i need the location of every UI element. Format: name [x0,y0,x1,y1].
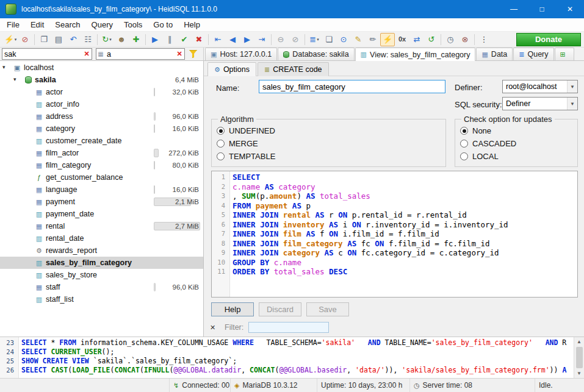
tree-item-rental_date[interactable]: ▥rental_date [0,232,203,244]
database-icon [23,76,33,84]
user-manager-icon[interactable]: ☻ [114,33,129,46]
tab-query[interactable]: ≣Query [513,48,553,60]
subtab-create-code[interactable]: ≣CREATE code [258,62,329,76]
find-icon[interactable]: ⊙ [336,33,351,46]
next-record-icon[interactable]: ▶ [240,33,254,46]
menu-file[interactable]: File [1,18,25,31]
tree-item-actor[interactable]: ▦actor32,0 KiB [0,86,203,98]
tab-plus[interactable]: ⊞ [555,48,574,60]
alarm-icon[interactable]: ◷ [443,33,458,46]
stop-icon[interactable]: ⊖ [273,33,288,46]
window-controls: — □ ✕ [500,0,584,18]
session-manager-icon[interactable]: ⚡▾ [3,33,18,46]
tree-item-sakila[interactable]: ▾sakila6,4 MiB [0,74,203,86]
swap-icon[interactable]: ⇄ [409,33,424,46]
sql-security-combo[interactable]: Definer ▼ [502,97,578,110]
cancel-operation-icon[interactable]: ⊗ [458,33,472,46]
table-filter-input[interactable] [2,50,82,59]
add-icon[interactable]: ✚ [129,33,143,46]
block-icon[interactable]: ⊘ [288,33,303,46]
bolt-icon[interactable]: ⚡ [380,33,395,46]
tree-item-sales_by_film_category[interactable]: ▥sales_by_film_category [0,257,203,269]
tree-item-category[interactable]: ▦category16,0 KiB [0,123,203,135]
sql-source-editor[interactable]: 1SELECT2c.name AS category3, SUM(p.amoun… [211,171,578,298]
menu-edit[interactable]: Edit [25,18,49,31]
tree-item-get_customer_balance[interactable]: ƒget_customer_balance [0,171,203,184]
size-cell: 96,0 KiB [154,283,200,291]
tree-item-staff_list[interactable]: ▥staff_list [0,293,203,305]
reload-icon[interactable]: ↺ [424,33,439,46]
clear-filter-icon[interactable]: ✕ [82,50,92,58]
run-icon[interactable]: ▶ [148,33,162,46]
grid-filter-input[interactable] [248,322,329,333]
print-icon[interactable]: ☷ [81,33,95,46]
table-icon: ▦ [34,126,44,132]
overflow-icon[interactable]: ⋮ [477,33,491,46]
close-button[interactable]: ✕ [556,0,584,18]
radio-undefined[interactable]: UNDEFINED [217,124,441,137]
tree-item-sales_by_store[interactable]: ▥sales_by_store [0,269,203,281]
radio-merge[interactable]: MERGE [217,137,441,150]
apply-icon[interactable]: ✔ [177,33,192,46]
tree-item-payment_date[interactable]: ▥payment_date [0,208,203,220]
view-name-input[interactable] [259,80,445,93]
tree-item-customer_create_date[interactable]: ▥customer_create_date [0,135,203,147]
radio-cascaded[interactable]: CASCADED [460,137,572,150]
refresh-icon[interactable]: ↻▾ [99,33,114,46]
data-filter-input[interactable] [105,50,175,59]
size-label: 2,1 MiB [175,198,199,206]
menu-help[interactable]: Help [178,18,206,31]
tree-item-actor_info[interactable]: ▥actor_info [0,98,203,110]
prev-record-icon[interactable]: ◀ [225,33,240,46]
tree-item-staff[interactable]: ▦staff96,0 KiB [0,281,203,293]
menu-go-to[interactable]: Go to [148,18,178,31]
minimize-button[interactable]: — [500,0,528,18]
clear-filter-icon[interactable]: ✕ [175,50,184,58]
menu-tools[interactable]: Tools [118,18,148,31]
tab-view-sales-by-film-category[interactable]: ▥View: sales_by_film_category [355,48,476,61]
radio-local[interactable]: LOCAL [460,150,572,163]
cancel-icon[interactable]: ✖ [192,33,206,46]
tree-item-film_category[interactable]: ▦film_category80,0 KiB [0,159,203,171]
radio-none[interactable]: None [460,124,572,137]
scroll-thumb[interactable] [576,347,583,368]
copy-icon[interactable]: ❐ [37,33,51,46]
tree-item-address[interactable]: ▦address96,0 KiB [0,110,203,123]
scroll-down-icon[interactable]: ▼ [577,369,582,378]
tree-item-language[interactable]: ▦language16,0 KiB [0,184,203,196]
size-label: 2,7 MiB [175,222,199,230]
subtab-options[interactable]: ⚙Options [207,62,256,76]
last-record-icon[interactable]: ⇥ [254,33,269,46]
tab-data[interactable]: ▦Data [476,48,513,60]
pause-icon[interactable]: ∥ [162,33,177,46]
maximize-button[interactable]: □ [528,0,556,18]
first-record-icon[interactable]: ⇤ [211,33,225,46]
tree-item-payment[interactable]: ▦payment2,1 MiB [0,196,203,208]
tree-item-localhost[interactable]: ▾▣localhost [0,62,203,74]
new-file-icon[interactable]: ❏ [322,33,336,46]
export-icon[interactable]: ▤ [51,33,66,46]
expand-icon[interactable]: ▾ [13,76,16,82]
close-icon[interactable]: ✕ [210,324,218,332]
highlighter-icon[interactable]: ✎ [351,33,366,46]
log-scrollbar[interactable]: ▲ ▼ [574,337,584,378]
tree-item-film_actor[interactable]: ▦film_actor272,0 KiB [0,147,203,159]
scroll-up-icon[interactable]: ▲ [577,337,582,346]
definer-combo[interactable]: root@localhost ▼ [502,80,578,93]
menu-query[interactable]: Query [86,18,118,31]
menu-search[interactable]: Search [49,18,85,31]
tree-item-rewards_report[interactable]: ⚙rewards_report [0,244,203,257]
tab-host-127-0-0-1[interactable]: ▣Host: 127.0.0.1 [205,48,277,60]
edit-icon[interactable]: ✏ [366,33,380,46]
undo-icon[interactable]: ↶ [66,33,81,46]
tab-database-sakila[interactable]: Database: sakila [278,48,354,60]
new-query-tab-icon[interactable]: ≣▾ [307,33,322,46]
funnel-icon[interactable] [189,50,197,58]
hex-icon[interactable]: 0x [395,33,409,46]
expand-icon[interactable]: ▾ [2,64,5,70]
radio-temptable[interactable]: TEMPTABLE [217,150,441,163]
tree-item-rental[interactable]: ▦rental2,7 MiB [0,220,203,232]
donate-button[interactable]: Donate [516,33,581,46]
help-button[interactable]: Help [211,302,254,316]
disconnect-icon[interactable]: ⊘ [18,33,32,46]
